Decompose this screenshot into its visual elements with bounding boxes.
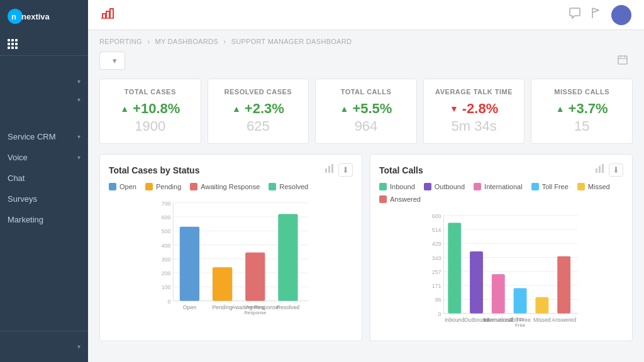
metric-change: -2.8% — [462, 101, 498, 117]
metric-label: RESOLVED CASES — [225, 88, 292, 96]
legend-color — [379, 183, 387, 190]
svg-text:600: 600 — [432, 213, 441, 219]
svg-rect-59 — [492, 274, 505, 313]
flag-icon[interactable] — [590, 7, 602, 23]
sidebar-item-reporting[interactable]: ▾ — [0, 90, 88, 109]
chart-actions: ⬇ — [595, 163, 623, 177]
svg-text:Inbound: Inbound — [445, 317, 465, 323]
svg-rect-29 — [245, 253, 265, 301]
svg-rect-57 — [470, 251, 483, 314]
chart-actions: ⬇ — [325, 163, 353, 177]
svg-text:200: 200 — [162, 270, 171, 277]
download-icon[interactable]: ⬇ — [338, 163, 353, 177]
apps-grid-icon — [8, 39, 18, 49]
chart-area: 7006005004003002001000OpenPendingAwaitin… — [109, 197, 353, 319]
download-icon[interactable]: ⬇ — [609, 163, 623, 177]
calendar-icon — [618, 55, 628, 67]
metric-label: MISSED CALLS — [554, 88, 609, 96]
legend-item: International — [474, 183, 523, 190]
arrow-up-icon: ▲ — [232, 104, 241, 114]
legend-item: Answered — [379, 195, 421, 203]
chevron-icon: ▾ — [77, 96, 80, 103]
legend-item: Resolved — [269, 183, 308, 190]
legend-color — [424, 183, 431, 190]
topbar — [88, 0, 644, 30]
svg-rect-25 — [180, 227, 199, 301]
total-cases-chart: Total Cases by Status ⬇ OpenPendingAwait… — [99, 154, 362, 341]
breadcrumb: REPORTING › MY DASHBOARDS › SUPPORT MANA… — [99, 38, 633, 45]
sidebar-item-user-activity[interactable]: ▾ — [0, 72, 88, 90]
chevron-icon: ▾ — [77, 154, 80, 161]
metric-card: TOTAL CASES ▲ +10.8% 1900 — [99, 79, 201, 144]
sidebar-nav: ▾ ▾ Service CRM ▾ Voice ▾ Chat Surveys M… — [0, 56, 88, 331]
sidebar-footer: ▾ — [0, 331, 88, 362]
svg-text:429: 429 — [432, 241, 441, 247]
legend-item: Inbound — [379, 183, 415, 190]
product-reporting-heading — [0, 120, 88, 126]
metric-value: 964 — [355, 118, 378, 134]
metric-card: RESOLVED CASES ▲ +2.3% 625 — [208, 79, 309, 144]
metric-label: AVERAGE TALK TIME — [435, 88, 513, 96]
content-area: REPORTING › MY DASHBOARDS › SUPPORT MANA… — [88, 30, 644, 362]
sidebar-item-my-dashboards[interactable] — [0, 61, 88, 72]
metric-change: +3.7% — [569, 101, 608, 117]
metric-card: TOTAL CALLS ▲ +5.5% 964 — [315, 79, 417, 144]
svg-text:Open: Open — [183, 304, 197, 310]
chart-type-icon[interactable] — [325, 163, 335, 177]
legend-color — [379, 195, 387, 203]
sidebar: n nextiva ▾ ▾ Service CRM ▾ — [0, 0, 88, 362]
applications-button[interactable] — [0, 33, 88, 56]
sidebar-item-settings[interactable]: ▾ — [8, 337, 80, 356]
svg-rect-34 — [596, 168, 597, 173]
legend-item: Missed — [577, 183, 610, 190]
chart-area: 600514429343257171860InboundOutboundInte… — [379, 209, 623, 332]
svg-rect-32 — [278, 214, 297, 301]
metric-change: +5.5% — [352, 101, 392, 117]
metric-card: AVERAGE TALK TIME ▼ -2.8% 5m 34s — [423, 79, 525, 144]
svg-text:100: 100 — [162, 284, 171, 290]
sidebar-item-keyword-analysis[interactable] — [0, 109, 88, 120]
sidebar-item-chat[interactable]: Chat — [0, 168, 88, 189]
date-range-selector[interactable] — [618, 55, 633, 67]
legend-item: Awaiting Response — [190, 183, 260, 190]
chart-type-icon[interactable] — [595, 163, 605, 177]
svg-text:AwaitingResponse: AwaitingResponse — [244, 304, 266, 315]
metric-label: TOTAL CASES — [125, 88, 176, 96]
topbar-right — [569, 5, 631, 25]
sidebar-item-surveys[interactable]: Surveys — [0, 189, 88, 209]
sidebar-item-marketing[interactable]: Marketing — [0, 209, 88, 230]
arrow-up-icon: ▲ — [120, 104, 129, 114]
metric-label: TOTAL CALLS — [341, 88, 392, 96]
main-content: REPORTING › MY DASHBOARDS › SUPPORT MANA… — [88, 0, 644, 362]
topbar-left — [101, 6, 121, 23]
svg-rect-65 — [535, 297, 548, 314]
svg-rect-67 — [557, 256, 570, 314]
svg-rect-27 — [213, 267, 232, 300]
arrow-down-icon: ▼ — [450, 104, 458, 114]
legend-color — [145, 183, 153, 190]
chart-legend: InboundOutboundInternationalToll FreeMis… — [379, 183, 623, 203]
analytics-icon — [101, 6, 114, 23]
metric-main: ▼ -2.8% — [450, 101, 498, 117]
legend-color — [474, 183, 481, 190]
legend-item: Outbound — [424, 183, 465, 190]
svg-text:TollFree: TollFree — [515, 317, 525, 328]
chevron-icon: ▾ — [77, 78, 80, 85]
dashboard-select-button[interactable]: ▾ — [99, 52, 125, 70]
svg-text:171: 171 — [432, 283, 441, 289]
sidebar-item-service-crm[interactable]: Service CRM ▾ — [0, 126, 88, 147]
svg-text:Missed: Missed — [533, 317, 551, 323]
svg-text:400: 400 — [162, 243, 171, 249]
legend-color — [109, 183, 116, 190]
chat-icon[interactable] — [569, 7, 581, 23]
sidebar-item-voice[interactable]: Voice ▾ — [0, 147, 88, 168]
svg-text:0: 0 — [168, 299, 171, 305]
caret-icon: ▾ — [113, 56, 117, 65]
chart-title: Total Calls — [379, 165, 423, 175]
svg-text:700: 700 — [162, 200, 171, 207]
chart-legend: OpenPendingAwaiting ResponseResolved — [109, 183, 353, 190]
metric-main: ▲ +3.7% — [556, 101, 608, 117]
user-avatar[interactable] — [611, 5, 631, 25]
legend-item: Pending — [145, 183, 181, 190]
svg-rect-55 — [448, 222, 461, 313]
